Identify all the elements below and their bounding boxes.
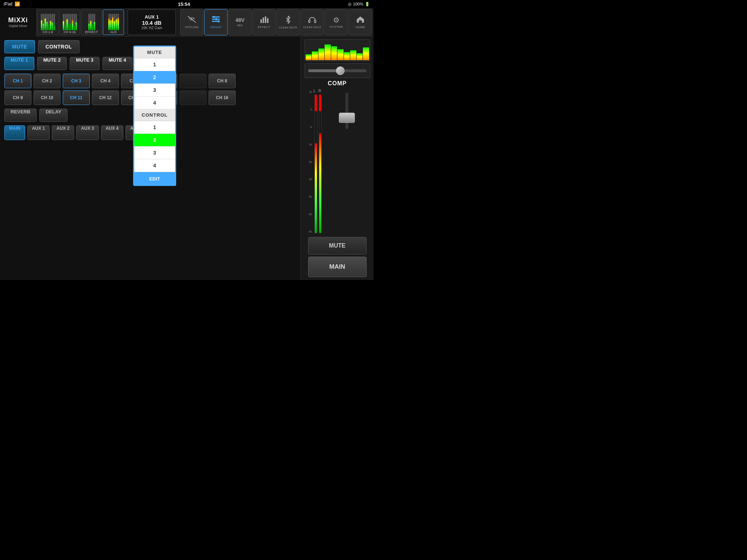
dropdown-control-3[interactable]: 3 <box>134 147 175 159</box>
mute-group-3[interactable]: MUTE 3 <box>70 57 100 70</box>
ch-btn-10[interactable]: CH 10 <box>34 90 61 105</box>
header: MiXXi Digital Mixer CH 1-8 <box>0 8 374 36</box>
meter-bar <box>116 14 117 30</box>
comp-bar <box>306 54 312 60</box>
reverb-button[interactable]: REVERB <box>4 109 36 122</box>
logo-subtitle: Digital Mixer <box>9 24 27 28</box>
mute-group-1[interactable]: MUTE 1 <box>4 57 34 70</box>
meter-bar <box>63 14 64 30</box>
wifi-status-icon: 📶 <box>15 1 20 7</box>
meter-bar <box>117 14 119 30</box>
control-button[interactable]: CONTROL <box>38 40 80 53</box>
ch-btn-3[interactable]: CH 3 <box>63 74 90 88</box>
ch-btn-9[interactable]: CH 9 <box>4 90 31 105</box>
ch-btn-12[interactable]: CH 12 <box>92 90 119 105</box>
meter-bar <box>65 14 66 30</box>
wifi-off-icon <box>187 16 196 25</box>
svg-point-4 <box>215 18 217 20</box>
status-bar: iPad 📶 15:54 ◎ 100% 🔋 <box>0 0 374 8</box>
dropdown-mute-2[interactable]: 2 <box>134 71 175 84</box>
meter-bar <box>66 14 68 30</box>
strip-ch9-16[interactable]: CH 9-16 <box>59 9 80 35</box>
right-meter-fill <box>319 133 321 233</box>
fader-handle[interactable] <box>339 113 355 123</box>
mute-group-4[interactable]: MUTE 4 <box>102 57 132 70</box>
knob-track <box>308 69 367 72</box>
dropdown-mute-1[interactable]: 1 <box>134 58 175 71</box>
nav-home[interactable]: HOME <box>349 9 372 35</box>
meter-bar <box>68 14 70 30</box>
right-mute-button[interactable]: MUTE <box>308 237 367 254</box>
dropdown-mute-header: MUTE <box>134 47 175 58</box>
r-label: R <box>318 89 321 93</box>
bus-aux1[interactable]: AUX 1 <box>27 125 50 140</box>
ch-btn-1[interactable]: CH 1 <box>4 74 31 88</box>
strip-effect[interactable]: EFFECT <box>81 9 102 35</box>
logo: MiXXi Digital Mixer <box>0 8 36 36</box>
strip-ch9-16-label: CH 9-16 <box>63 30 76 34</box>
strip-aux[interactable]: AUX <box>103 9 124 35</box>
gear-icon: ⚙ <box>333 16 340 24</box>
meter-bar <box>50 14 51 30</box>
comp-knob-area[interactable] <box>305 63 370 78</box>
dropdown-mute-4[interactable]: 4 <box>134 97 175 109</box>
fader-track[interactable] <box>345 93 348 129</box>
aux-param: 16K HZ Gain <box>141 26 162 30</box>
device-label: iPad <box>4 1 12 7</box>
nav-group[interactable]: GROUP <box>204 9 228 35</box>
meter-bar <box>44 14 46 30</box>
nav-home-label: HOME <box>356 26 365 29</box>
group-dropdown: MUTE 1 2 3 4 CONTROL 1 2 3 4 EDIT <box>133 46 176 186</box>
ch-btn-15[interactable] <box>179 90 206 105</box>
svg-rect-7 <box>263 18 264 23</box>
dropdown-control-1[interactable]: 1 <box>134 121 175 134</box>
svg-rect-8 <box>265 16 266 23</box>
dropdown-control-4[interactable]: 4 <box>134 159 175 172</box>
nav-effect[interactable]: EFFECT <box>252 9 276 35</box>
svg-rect-11 <box>314 20 316 23</box>
nav-system-label: SYSTEM <box>330 25 343 28</box>
strip-ch1-8[interactable]: CH 1-8 <box>37 9 58 35</box>
comp-label: COMP <box>328 80 347 87</box>
meter-bar <box>41 14 42 30</box>
dropdown-mute-3[interactable]: 3 <box>134 84 175 97</box>
meter-bar <box>76 14 77 30</box>
ch-btn-7[interactable] <box>179 74 206 88</box>
bus-aux4[interactable]: AUX 4 <box>101 125 123 140</box>
mute-button[interactable]: MUTE <box>4 40 35 53</box>
dropdown-edit[interactable]: EDIT <box>134 172 175 185</box>
ch-btn-4[interactable]: CH 4 <box>92 74 119 88</box>
dropdown-arrow <box>151 46 158 47</box>
nav-system[interactable]: ⚙ SYSTEM <box>325 9 348 35</box>
meter-bar <box>112 14 113 30</box>
bus-aux2[interactable]: AUX 2 <box>52 125 74 140</box>
dropdown-control-header: CONTROL <box>134 109 175 121</box>
right-main-button[interactable]: MAIN <box>308 257 367 277</box>
nav-48v[interactable]: 48V 48V <box>228 9 252 35</box>
effect-bars-icon <box>260 16 268 25</box>
ch-btn-2[interactable]: CH 2 <box>34 74 61 88</box>
comp-bar <box>325 44 331 60</box>
aux-name: AUX 1 <box>145 14 159 20</box>
knob-thumb[interactable] <box>336 66 345 75</box>
delay-button[interactable]: DELAY <box>39 109 67 122</box>
status-time: 15:54 <box>178 1 190 7</box>
nav-group-label: GROUP <box>210 26 222 29</box>
svg-point-5 <box>217 20 220 22</box>
left-red-peak <box>315 95 317 111</box>
meter-bar <box>52 14 53 30</box>
bus-main[interactable]: MAIN <box>4 125 25 140</box>
mute-group-2[interactable]: MUTE 2 <box>37 57 67 70</box>
nav-clean-solo[interactable]: CLEAN SOLO <box>301 9 324 35</box>
comp-bar <box>357 53 363 60</box>
channel-strips: CH 1-8 CH 9-16 EFFECT <box>36 8 125 36</box>
nav-clean-mute[interactable]: CLEAN MUTE <box>276 9 300 35</box>
nav-offline[interactable]: OFFLINE <box>180 9 204 35</box>
bus-aux3[interactable]: AUX 3 <box>76 125 98 140</box>
ch-btn-8[interactable]: CH 8 <box>209 74 236 88</box>
ch-btn-16[interactable]: CH 16 <box>209 90 236 105</box>
phantom-icon: 48V <box>236 17 245 23</box>
comp-bar <box>331 46 337 60</box>
dropdown-control-2[interactable]: 2 <box>134 134 175 147</box>
ch-btn-11[interactable]: CH 11 <box>63 90 90 105</box>
